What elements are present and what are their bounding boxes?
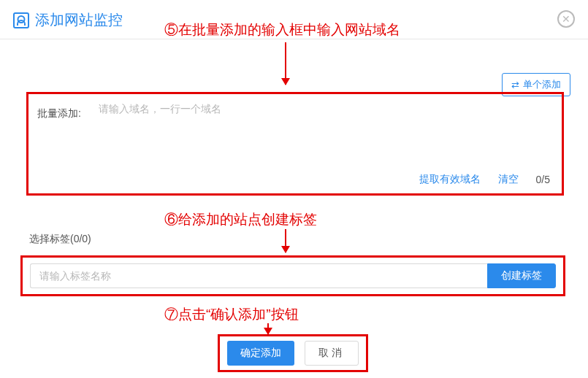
dialog-title: 添加网站监控 xyxy=(35,10,123,30)
clear-button[interactable]: 清空 xyxy=(498,173,519,186)
annotation-step5: ⑤在批量添加的输入框中输入网站域名 xyxy=(164,20,400,39)
domain-count: 0/5 xyxy=(536,174,550,185)
annotation-arrow-1 xyxy=(285,42,286,85)
batch-add-section: 批量添加: 提取有效域名 清空 0/5 xyxy=(26,92,564,196)
tag-create-section: 创建标签 xyxy=(20,255,565,296)
close-icon: ✕ xyxy=(562,13,570,25)
swap-icon: ⇄ xyxy=(511,80,519,90)
dialog-footer: 确定添加 取消 xyxy=(218,334,368,372)
annotation-step6: ⑥给添加的站点创建标签 xyxy=(164,210,317,229)
tag-name-input[interactable] xyxy=(30,263,487,288)
tag-section-label: 选择标签(0/0) xyxy=(29,233,91,246)
annotation-arrow-2 xyxy=(285,229,286,252)
close-button[interactable]: ✕ xyxy=(557,10,575,28)
user-card-icon xyxy=(13,12,29,28)
extract-domains-button[interactable]: 提取有效域名 xyxy=(419,173,481,186)
batch-add-label: 批量添加: xyxy=(37,103,99,120)
confirm-add-button[interactable]: 确定添加 xyxy=(227,341,294,366)
cancel-button[interactable]: 取消 xyxy=(305,341,359,366)
annotation-arrow-3 xyxy=(267,323,269,334)
single-add-label: 单个添加 xyxy=(523,78,561,91)
annotation-step7: ⑦点击“确认添加”按钮 xyxy=(164,305,299,324)
create-tag-button[interactable]: 创建标签 xyxy=(487,263,556,288)
batch-domain-textarea[interactable] xyxy=(99,103,550,170)
